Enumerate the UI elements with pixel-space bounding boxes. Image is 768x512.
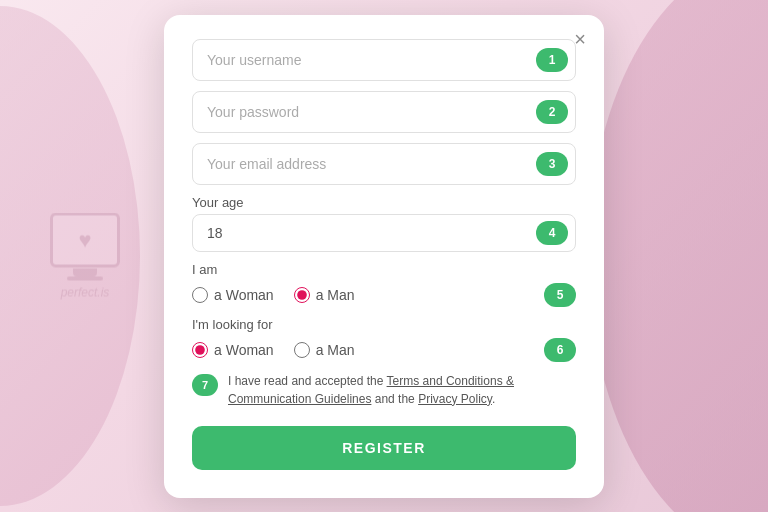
password-field-row: 2 xyxy=(192,91,576,133)
age-label: Your age xyxy=(192,195,576,210)
watermark-monitor: ♥ xyxy=(50,213,120,268)
age-section: Your age 4 xyxy=(192,195,576,252)
terms-link2[interactable]: Privacy Policy xyxy=(418,392,492,406)
watermark-heart-icon: ♥ xyxy=(78,227,91,253)
close-button[interactable]: × xyxy=(574,29,586,49)
age-input-row: 4 xyxy=(192,214,576,252)
iam-man-option[interactable]: a Man xyxy=(294,287,355,303)
username-field-row: 1 xyxy=(192,39,576,81)
terms-row: 7 I have read and accepted the Terms and… xyxy=(192,372,576,408)
looking-section: I'm looking for a Woman a Man 6 xyxy=(192,317,576,362)
watermark: ♥ perfect.is xyxy=(50,213,120,300)
watermark-text: perfect.is xyxy=(61,286,110,300)
iam-section: I am a Woman a Man 5 xyxy=(192,262,576,307)
looking-man-radio[interactable] xyxy=(294,342,310,358)
iam-man-radio[interactable] xyxy=(294,287,310,303)
register-button[interactable]: REGISTER xyxy=(192,426,576,470)
iam-label: I am xyxy=(192,262,576,277)
step-7-badge: 7 xyxy=(192,374,218,396)
step-6-badge: 6 xyxy=(544,338,576,362)
email-input[interactable] xyxy=(192,143,576,185)
terms-text-before: I have read and accepted the xyxy=(228,374,387,388)
terms-text-after: . xyxy=(492,392,495,406)
looking-label: I'm looking for xyxy=(192,317,576,332)
password-input[interactable] xyxy=(192,91,576,133)
terms-text: I have read and accepted the Terms and C… xyxy=(228,372,576,408)
looking-man-option[interactable]: a Man xyxy=(294,342,355,358)
looking-woman-radio[interactable] xyxy=(192,342,208,358)
age-input[interactable] xyxy=(192,214,576,252)
iam-woman-label: a Woman xyxy=(214,287,274,303)
step-3-badge: 3 xyxy=(536,152,568,176)
looking-radio-row: a Woman a Man 6 xyxy=(192,338,576,362)
step-2-badge: 2 xyxy=(536,100,568,124)
iam-man-label: a Man xyxy=(316,287,355,303)
looking-man-label: a Man xyxy=(316,342,355,358)
looking-woman-option[interactable]: a Woman xyxy=(192,342,274,358)
username-input[interactable] xyxy=(192,39,576,81)
step-5-badge: 5 xyxy=(544,283,576,307)
registration-modal: × 1 2 3 Your age 4 I am a Woman a M xyxy=(164,15,604,498)
iam-radio-row: a Woman a Man 5 xyxy=(192,283,576,307)
step-4-badge: 4 xyxy=(536,221,568,245)
iam-woman-option[interactable]: a Woman xyxy=(192,287,274,303)
iam-woman-radio[interactable] xyxy=(192,287,208,303)
step-1-badge: 1 xyxy=(536,48,568,72)
looking-woman-label: a Woman xyxy=(214,342,274,358)
email-field-row: 3 xyxy=(192,143,576,185)
terms-text-middle: and the xyxy=(371,392,418,406)
